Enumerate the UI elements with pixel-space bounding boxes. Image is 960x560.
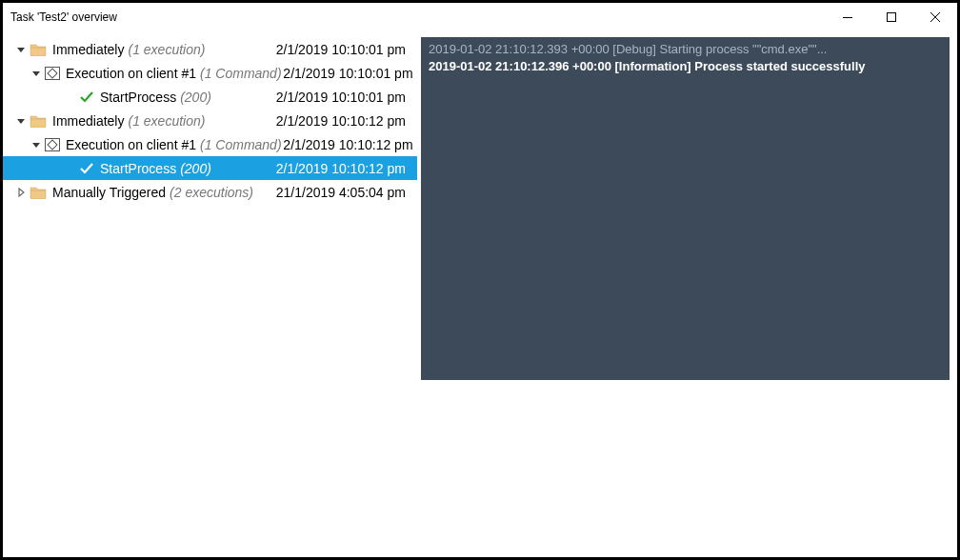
collapse-arrow-icon[interactable] bbox=[14, 43, 28, 56]
tree-row-extra: (1 Command) bbox=[200, 137, 282, 152]
tree-row-timestamp: 2/1/2019 10:10:12 pm bbox=[282, 137, 417, 152]
tree-row-timestamp: 2/1/2019 10:10:01 pm bbox=[274, 42, 417, 57]
titlebar: Task 'Test2' overview bbox=[3, 3, 957, 31]
tree-row-label: Immediately bbox=[52, 42, 124, 57]
tree-row[interactable]: Execution on client #1(1 Command)2/1/201… bbox=[3, 61, 417, 85]
tree-row-extra: (200) bbox=[180, 90, 211, 105]
tree-row-label: StartProcess bbox=[100, 161, 176, 176]
close-button[interactable] bbox=[913, 3, 957, 31]
log-line: 2019-01-02 21:10:12.396 +00:00 [Informat… bbox=[429, 58, 942, 75]
collapse-arrow-icon[interactable] bbox=[14, 114, 28, 128]
success-check-icon bbox=[79, 90, 94, 104]
log-panel: 2019-01-02 21:10:12.393 +00:00 [Debug] S… bbox=[421, 37, 950, 380]
tree-row-extra: (1 execution) bbox=[128, 113, 205, 129]
tree-row[interactable]: StartProcess(200)2/1/2019 10:10:12 pm bbox=[3, 156, 417, 180]
expand-arrow-icon[interactable] bbox=[14, 186, 28, 199]
tree-row-extra: (2 executions) bbox=[170, 185, 253, 200]
window-title: Task 'Test2' overview bbox=[10, 10, 826, 24]
tree-row-extra: (1 Command) bbox=[200, 66, 282, 81]
tree-row[interactable]: Immediately(1 execution)2/1/2019 10:10:1… bbox=[3, 109, 417, 132]
tree-row[interactable]: Execution on client #1(1 Command)2/1/201… bbox=[3, 132, 417, 156]
success-check-icon bbox=[79, 162, 94, 175]
tree-row-label: Manually Triggered bbox=[52, 185, 166, 200]
folder-icon bbox=[30, 43, 47, 56]
execution-tree[interactable]: Immediately(1 execution)2/1/2019 10:10:0… bbox=[3, 31, 417, 204]
svg-rect-1 bbox=[888, 13, 896, 22]
tree-row-timestamp: 2/1/2019 10:10:01 pm bbox=[274, 90, 417, 105]
log-line: 2019-01-02 21:10:12.393 +00:00 [Debug] S… bbox=[429, 41, 942, 58]
tree-row-timestamp: 2/1/2019 10:10:12 pm bbox=[274, 161, 417, 176]
collapse-arrow-icon[interactable] bbox=[30, 138, 43, 151]
tree-row-timestamp: 2/1/2019 10:10:12 pm bbox=[274, 113, 417, 129]
minimize-button[interactable] bbox=[826, 3, 870, 31]
tree-row-timestamp: 21/1/2019 4:05:04 pm bbox=[274, 185, 417, 200]
tree-row[interactable]: Immediately(1 execution)2/1/2019 10:10:0… bbox=[3, 37, 417, 61]
folder-icon bbox=[30, 114, 47, 128]
tree-row-extra: (1 execution) bbox=[128, 42, 205, 57]
collapse-arrow-icon[interactable] bbox=[30, 67, 43, 80]
execution-icon bbox=[45, 67, 60, 80]
tree-row-label: Execution on client #1 bbox=[66, 66, 196, 81]
execution-icon bbox=[45, 138, 60, 151]
svg-rect-0 bbox=[843, 17, 852, 18]
tree-row[interactable]: Manually Triggered(2 executions)21/1/201… bbox=[3, 180, 417, 204]
tree-row-label: StartProcess bbox=[100, 90, 176, 105]
tree-row-extra: (200) bbox=[180, 161, 211, 176]
tree-row-label: Immediately bbox=[52, 113, 124, 129]
maximize-button[interactable] bbox=[870, 3, 913, 31]
tree-row-label: Execution on client #1 bbox=[66, 137, 196, 152]
folder-icon bbox=[30, 186, 47, 199]
tree-row-timestamp: 2/1/2019 10:10:01 pm bbox=[282, 66, 417, 81]
tree-row[interactable]: StartProcess(200)2/1/2019 10:10:01 pm bbox=[3, 85, 417, 109]
